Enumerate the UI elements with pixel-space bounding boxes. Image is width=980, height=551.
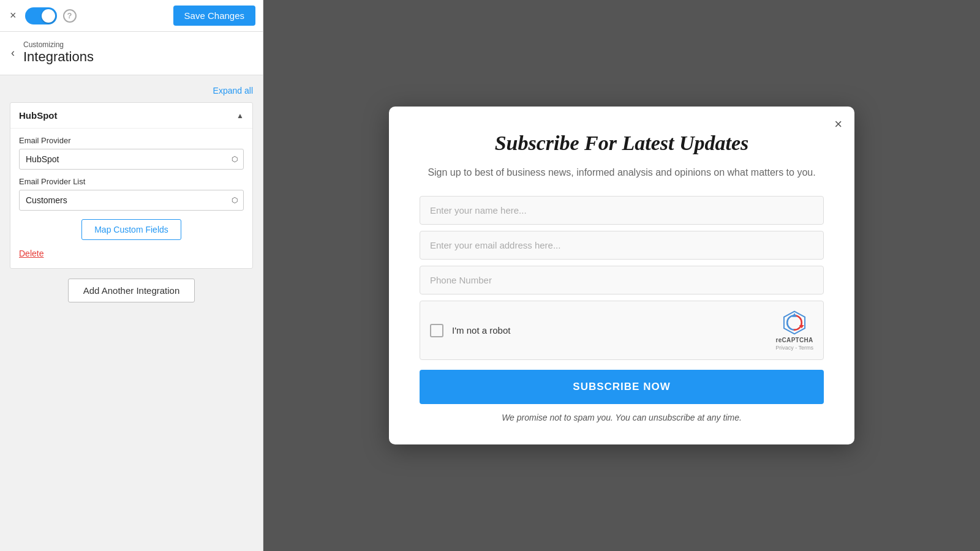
delete-button[interactable]: Delete	[19, 249, 43, 258]
sidebar-body: Expand all HubSpot ▲ Email Provider HubS…	[0, 75, 263, 551]
sidebar-header: × ? Save Changes	[0, 0, 263, 32]
subscribe-button[interactable]: SUBSCRIBE NOW	[420, 370, 824, 404]
captcha-label: I'm not a robot	[452, 325, 767, 335]
accordion-arrow-icon: ▲	[236, 111, 244, 120]
modal-close-button[interactable]: ×	[834, 116, 842, 132]
close-button[interactable]: ×	[7, 7, 19, 24]
name-input[interactable]	[420, 196, 824, 225]
email-provider-list-wrapper: Customers Leads Subscribers Newsletter ⬡	[19, 190, 244, 211]
captcha-logo: reCAPTCHA Privacy - Terms	[775, 310, 813, 351]
hubspot-accordion: HubSpot ▲ Email Provider HubSpot Mailchi…	[10, 102, 253, 269]
expand-all-button[interactable]: Expand all	[213, 86, 253, 96]
captcha-brand-label: reCAPTCHA	[776, 337, 813, 343]
email-provider-label: Email Provider	[19, 136, 244, 145]
captcha-box: I'm not a robot reCAPTCHA Privacy - Term…	[420, 301, 824, 360]
sidebar: × ? Save Changes ‹ Customizing Integrati…	[0, 0, 263, 551]
accordion-title: HubSpot	[19, 110, 57, 121]
email-provider-wrapper: HubSpot Mailchimp AWeber ActiveCampaign …	[19, 149, 244, 170]
email-provider-select[interactable]: HubSpot Mailchimp AWeber ActiveCampaign	[19, 149, 244, 170]
modal-title: Subscribe For Latest Updates	[420, 131, 824, 156]
subscribe-modal: × Subscribe For Latest Updates Sign up t…	[389, 107, 854, 444]
accordion-header[interactable]: HubSpot ▲	[10, 103, 252, 128]
email-provider-list-select[interactable]: Customers Leads Subscribers Newsletter	[19, 190, 244, 211]
captcha-links-label: Privacy - Terms	[775, 345, 813, 351]
modal-subtitle: Sign up to best of business news, inform…	[420, 165, 824, 181]
back-button[interactable]: ‹	[11, 47, 20, 59]
customizing-label: Customizing	[23, 40, 94, 49]
main-area: × Subscribe For Latest Updates Sign up t…	[263, 0, 980, 551]
accordion-body: Email Provider HubSpot Mailchimp AWeber …	[10, 128, 252, 268]
email-input[interactable]	[420, 231, 824, 260]
captcha-checkbox[interactable]	[430, 324, 443, 337]
map-custom-fields-button[interactable]: Map Custom Fields	[81, 219, 181, 240]
customizing-section: ‹ Customizing Integrations	[0, 32, 263, 75]
expand-all-row: Expand all	[10, 85, 253, 96]
customizing-title: Integrations	[23, 49, 94, 65]
toggle-switch[interactable]	[25, 7, 57, 24]
recaptcha-icon	[782, 310, 807, 335]
modal-footer-text: We promise not to spam you. You can unsu…	[420, 413, 824, 422]
phone-input[interactable]	[420, 266, 824, 294]
save-changes-button[interactable]: Save Changes	[173, 6, 255, 26]
add-another-integration-button[interactable]: Add Another Integration	[68, 279, 195, 302]
help-icon[interactable]: ?	[63, 9, 77, 23]
email-provider-list-label: Email Provider List	[19, 177, 244, 186]
